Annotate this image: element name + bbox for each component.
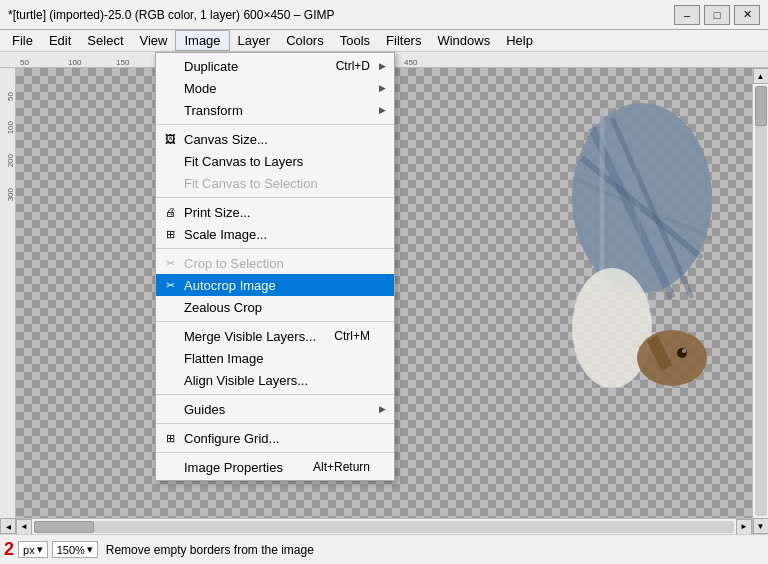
scroll-thumb-right[interactable] [755, 86, 767, 126]
image-dropdown-menu: DuplicateCtrl+DModeTransform🖼Canvas Size… [155, 52, 395, 481]
scroll-track-bottom[interactable] [34, 521, 734, 533]
zoom-selector[interactable]: 150% ▾ [52, 541, 98, 558]
menu-separator [156, 321, 394, 322]
scroll-down-arrow[interactable]: ▼ [753, 518, 769, 534]
menu-item-mode[interactable]: Mode [156, 77, 394, 99]
menu-item-align-visible[interactable]: Align Visible Layers... [156, 369, 394, 391]
menu-item-duplicate[interactable]: DuplicateCtrl+D [156, 55, 394, 77]
canvas-image [512, 98, 732, 458]
guides-label: Guides [184, 402, 225, 417]
menu-item-help[interactable]: Help [498, 31, 541, 50]
window-controls: – □ ✕ [674, 5, 760, 25]
merge-visible-shortcut: Ctrl+M [334, 329, 370, 343]
scroll-right-arrow[interactable]: ► [736, 519, 752, 535]
menu-item-edit[interactable]: Edit [41, 31, 79, 50]
menu-item-fit-canvas-layers[interactable]: Fit Canvas to Layers [156, 150, 394, 172]
menu-item-windows[interactable]: Windows [429, 31, 498, 50]
merge-visible-label: Merge Visible Layers... [184, 329, 316, 344]
svg-point-9 [677, 348, 687, 358]
svg-point-7 [572, 268, 652, 388]
maximize-button[interactable]: □ [704, 5, 730, 25]
status-message: Remove empty borders from the image [106, 543, 314, 557]
print-size-label: Print Size... [184, 205, 250, 220]
menu-item-view[interactable]: View [132, 31, 176, 50]
menu-separator [156, 423, 394, 424]
menu-item-fit-canvas-selection: Fit Canvas to Selection [156, 172, 394, 194]
transform-label: Transform [184, 103, 243, 118]
menu-item-guides[interactable]: Guides [156, 398, 394, 420]
scroll-left-arrow[interactable]: ◄ [16, 519, 32, 535]
zoom-dropdown-arrow[interactable]: ▾ [87, 543, 93, 556]
autocrop-image-icon: ✂ [162, 277, 178, 293]
autocrop-image-label: Autocrop Image [184, 278, 276, 293]
canvas-size-label: Canvas Size... [184, 132, 268, 147]
menu-item-filters[interactable]: Filters [378, 31, 429, 50]
menu-item-zealous-crop[interactable]: Zealous Crop [156, 296, 394, 318]
corner-bottom-left[interactable]: ◂ [0, 518, 16, 534]
menu-item-tools[interactable]: Tools [332, 31, 378, 50]
unit-selector[interactable]: px ▾ [18, 541, 48, 558]
flatten-image-label: Flatten Image [184, 351, 264, 366]
menu-item-crop-to-selection: ✂Crop to Selection [156, 252, 394, 274]
menu-item-autocrop-image[interactable]: ✂Autocrop Image [156, 274, 394, 296]
unit-label: px [23, 544, 35, 556]
print-size-icon: 🖨 [162, 204, 178, 220]
zoom-value: 150% [57, 544, 85, 556]
scroll-up-arrow[interactable]: ▲ [753, 68, 769, 84]
menu-item-configure-grid[interactable]: ⊞Configure Grid... [156, 427, 394, 449]
menu-separator [156, 394, 394, 395]
menu-item-image-properties[interactable]: Image PropertiesAlt+Return [156, 456, 394, 478]
menu-item-transform[interactable]: Transform [156, 99, 394, 121]
scroll-track-right[interactable] [755, 86, 767, 516]
crop-to-selection-label: Crop to Selection [184, 256, 284, 271]
pointer-indicator: 2 [4, 539, 14, 560]
menu-item-canvas-size[interactable]: 🖼Canvas Size... [156, 128, 394, 150]
menu-separator [156, 197, 394, 198]
zealous-crop-label: Zealous Crop [184, 300, 262, 315]
menu-item-scale-image[interactable]: ⊞Scale Image... [156, 223, 394, 245]
scrollbar-right[interactable]: ▲ ▼ [752, 68, 768, 534]
window-title: *[turtle] (imported)-25.0 (RGB color, 1 … [8, 8, 334, 22]
mode-label: Mode [184, 81, 217, 96]
menu-item-select[interactable]: Select [79, 31, 131, 50]
close-button[interactable]: ✕ [734, 5, 760, 25]
image-properties-label: Image Properties [184, 460, 283, 475]
menu-item-colors[interactable]: Colors [278, 31, 332, 50]
menu-item-flatten-image[interactable]: Flatten Image [156, 347, 394, 369]
scrollbar-bottom[interactable]: ◄ ► [16, 518, 752, 534]
duplicate-label: Duplicate [184, 59, 238, 74]
menu-item-image[interactable]: Image [175, 30, 229, 51]
image-properties-shortcut: Alt+Return [313, 460, 370, 474]
svg-point-10 [682, 349, 686, 353]
status-bar: 2 px ▾ 150% ▾ Remove empty borders from … [0, 534, 768, 564]
align-visible-label: Align Visible Layers... [184, 373, 308, 388]
menu-item-print-size[interactable]: 🖨Print Size... [156, 201, 394, 223]
ruler-vertical: 50 100 200 300 [0, 68, 16, 534]
menu-separator [156, 124, 394, 125]
menu-item-file[interactable]: File [4, 31, 41, 50]
duplicate-shortcut: Ctrl+D [336, 59, 370, 73]
menu-item-merge-visible[interactable]: Merge Visible Layers...Ctrl+M [156, 325, 394, 347]
menu-item-layer[interactable]: Layer [230, 31, 279, 50]
scale-image-icon: ⊞ [162, 226, 178, 242]
fit-canvas-layers-label: Fit Canvas to Layers [184, 154, 303, 169]
scale-image-label: Scale Image... [184, 227, 267, 242]
unit-dropdown-arrow[interactable]: ▾ [37, 543, 43, 556]
crop-to-selection-icon: ✂ [162, 255, 178, 271]
menu-separator [156, 452, 394, 453]
scroll-thumb-bottom[interactable] [34, 521, 94, 533]
fit-canvas-selection-label: Fit Canvas to Selection [184, 176, 318, 191]
canvas-size-icon: 🖼 [162, 131, 178, 147]
menu-bar: FileEditSelectViewImageLayerColorsToolsF… [0, 30, 768, 52]
configure-grid-label: Configure Grid... [184, 431, 279, 446]
title-bar: *[turtle] (imported)-25.0 (RGB color, 1 … [0, 0, 768, 30]
minimize-button[interactable]: – [674, 5, 700, 25]
menu-separator [156, 248, 394, 249]
svg-point-8 [637, 330, 707, 386]
configure-grid-icon: ⊞ [162, 430, 178, 446]
